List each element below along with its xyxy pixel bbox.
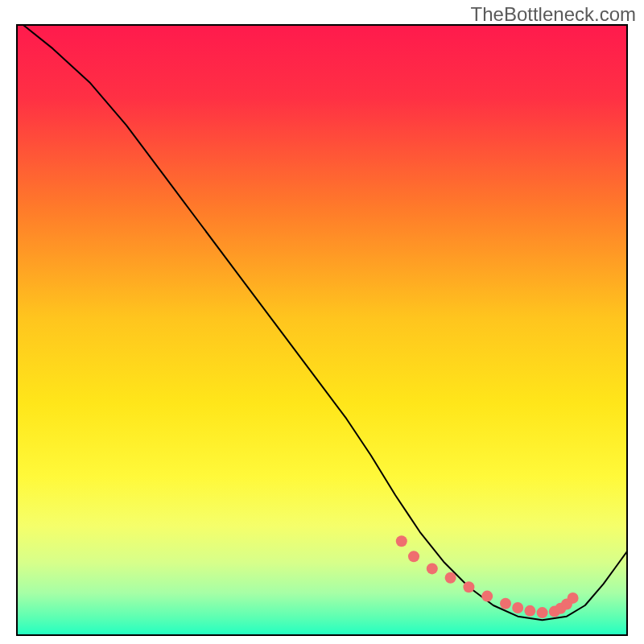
data-point — [481, 591, 493, 602]
data-point — [396, 535, 407, 547]
data-point — [500, 598, 511, 609]
data-point — [427, 563, 438, 574]
chart-background — [16, 24, 628, 636]
data-point — [512, 602, 523, 613]
plot-area — [16, 24, 628, 636]
watermark-text: TheBottleneck.com — [471, 3, 636, 26]
data-point — [524, 605, 535, 617]
data-point — [568, 592, 579, 604]
chart-container: TheBottleneck.com — [0, 0, 644, 644]
data-point — [537, 607, 548, 618]
chart-svg — [16, 24, 628, 636]
data-point — [408, 551, 419, 562]
data-point — [463, 581, 474, 592]
data-point — [445, 572, 456, 584]
